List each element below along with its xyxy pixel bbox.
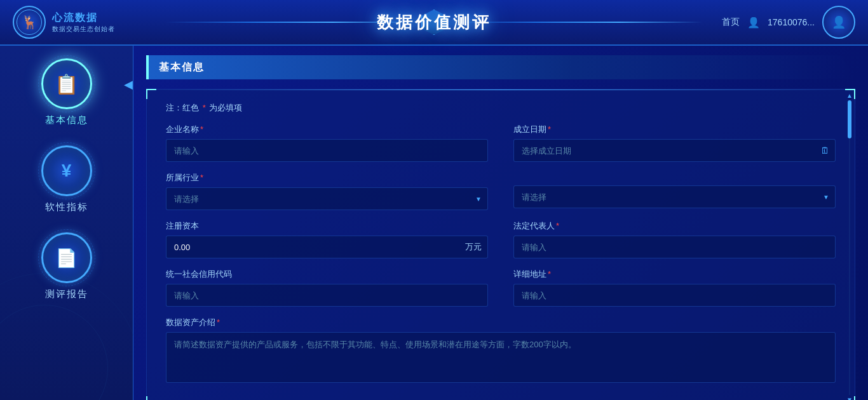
bg-deco-2 (0, 305, 108, 400)
scroll-bottom-arrow: ▼ (846, 396, 853, 400)
form-group-established-date: 成立日期* 🗓 (513, 124, 836, 162)
sidebar-item-eval-report[interactable]: 📄 测评报告 (0, 232, 133, 300)
address-label: 详细地址* (513, 269, 836, 280)
required-star-date: * (548, 124, 551, 134)
scroll-thumb (848, 100, 851, 138)
header: 🦌 心流数据 数据交易生态创始者 数据价值测评 首页 👤 17610076...… (0, 0, 868, 46)
scroll-indicator: ▲ ▼ (848, 90, 851, 400)
sidebar-label-soft-index: 软性指标 (45, 201, 88, 213)
form-note: 注：红色 * 为必填项 (166, 102, 836, 114)
registered-capital-label: 注册资本 (166, 220, 488, 232)
capital-input-wrap: 万元 (166, 236, 488, 258)
form-group-asset-intro: 数据资产介绍* (166, 317, 836, 383)
form-group-registered-capital: 注册资本 万元 (166, 220, 488, 258)
user-icon: 👤 (832, 15, 846, 29)
form-group-industry: 所属行业* 请选择 (166, 172, 488, 210)
industry2-label (513, 172, 836, 182)
credit-code-input[interactable] (166, 284, 488, 307)
content-area: 基本信息 ▲ ▼ 注：红色 * 为必填项 (133, 46, 868, 400)
main-container: 📋 基本信息 ◀ ¥ 软性指标 📄 测评报告 基本信息 (0, 46, 868, 400)
form-group-address: 详细地址* (513, 269, 836, 307)
asset-intro-label: 数据资产介绍* (166, 317, 836, 328)
logo-title: 心流数据 (52, 11, 115, 25)
logo-subtitle: 数据交易生态创始者 (52, 25, 115, 34)
form-card: ▲ ▼ 注：红色 * 为必填项 企业名称* (146, 89, 855, 400)
industry2-select-wrapper: 请选择 (513, 185, 836, 208)
page-title: 数据价值测评 (377, 13, 491, 32)
industry2-select[interactable]: 请选择 (513, 185, 836, 208)
address-input[interactable] (513, 284, 836, 307)
user-info: 17610076... (768, 17, 815, 27)
form-group-legal-rep: 法定代表人* (513, 220, 836, 258)
section-title: 基本信息 (159, 61, 205, 74)
sidebar-icon-basic-info: 📋 (41, 58, 92, 109)
sidebar-item-basic-info[interactable]: 📋 基本信息 (0, 58, 133, 126)
required-star-asset-intro: * (217, 317, 220, 327)
logo-circle: 🦌 (13, 6, 46, 39)
date-input-wrap: 🗓 (513, 139, 836, 162)
established-date-label: 成立日期* (513, 124, 836, 135)
required-star-address: * (548, 269, 551, 279)
form-row-5: 数据资产介绍* (166, 317, 836, 383)
section-header: 基本信息 (146, 55, 855, 79)
sidebar-item-soft-index[interactable]: ¥ 软性指标 (0, 145, 133, 213)
user-avatar-icon: 👤 (747, 17, 760, 29)
logo-icon: 🦌 (17, 10, 42, 35)
form-row-4: 统一社会信用代码 详细地址* (166, 269, 836, 307)
sidebar-arrow: ◀ (124, 77, 133, 91)
sidebar-icon-soft-index: ¥ (41, 145, 92, 196)
sidebar-label-eval-report: 测评报告 (45, 288, 88, 300)
required-star-industry: * (200, 173, 203, 182)
logo-area: 🦌 心流数据 数据交易生态创始者 (13, 6, 115, 39)
scroll-top-arrow: ▲ (846, 92, 853, 99)
industry-select-wrapper: 请选择 (166, 187, 488, 210)
nav-home[interactable]: 首页 (722, 17, 740, 28)
logo-text: 心流数据 数据交易生态创始者 (52, 11, 115, 34)
form-group-industry2: 请选择 (513, 172, 836, 210)
company-name-label: 企业名称* (166, 124, 488, 135)
header-center: 数据价值测评 (377, 11, 491, 34)
corner-bl (146, 396, 156, 400)
asset-intro-textarea[interactable] (166, 332, 836, 383)
form-group-credit-code: 统一社会信用代码 (166, 269, 488, 307)
legal-rep-input[interactable] (513, 236, 836, 258)
required-star-company: * (200, 124, 203, 134)
industry-select[interactable]: 请选择 (166, 187, 488, 210)
sidebar-icon-eval-report: 📄 (41, 232, 92, 283)
industry-label: 所属行业* (166, 172, 488, 183)
form-row-2: 所属行业* 请选择 请选择 (166, 172, 836, 210)
legal-rep-label: 法定代表人* (513, 220, 836, 232)
right-circle-deco: 👤 (822, 6, 855, 39)
scroll-track (849, 100, 850, 395)
required-star-note: * (203, 103, 206, 112)
sidebar-label-basic-info: 基本信息 (45, 114, 88, 126)
form-row-3: 注册资本 万元 法定代表人* (166, 220, 836, 258)
capital-unit: 万元 (465, 241, 482, 253)
corner-tl (146, 89, 156, 99)
credit-code-label: 统一社会信用代码 (166, 269, 488, 280)
sidebar: 📋 基本信息 ◀ ¥ 软性指标 📄 测评报告 (0, 46, 133, 400)
registered-capital-input[interactable] (166, 236, 488, 258)
required-star-legal-rep: * (556, 221, 559, 230)
form-group-company-name: 企业名称* (166, 124, 488, 162)
established-date-input[interactable] (513, 139, 836, 162)
form-row-1: 企业名称* 成立日期* 🗓 (166, 124, 836, 162)
header-right: 首页 👤 17610076... 👤 (722, 6, 855, 39)
company-name-input[interactable] (166, 139, 488, 162)
